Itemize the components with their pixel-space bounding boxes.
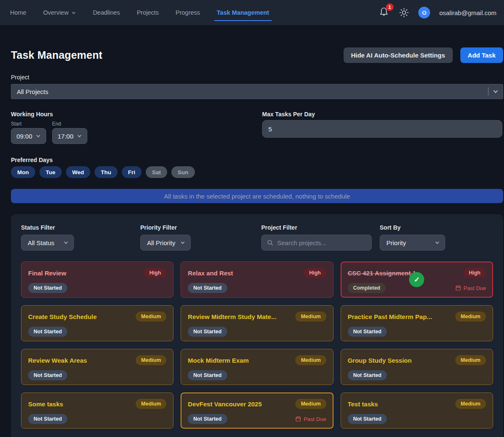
status-filter-label: Status Filter bbox=[21, 224, 140, 231]
task-card[interactable]: DevFest Vancouver 2025 Medium Not Starte… bbox=[181, 393, 333, 429]
top-navbar: Home Overview Deadlines Projects Progres… bbox=[0, 0, 504, 25]
task-card[interactable]: Create Study Schedule Medium Not Started bbox=[21, 305, 173, 341]
task-card[interactable]: Relax and Rest High Not Started bbox=[181, 262, 333, 298]
task-title: Some tasks bbox=[28, 400, 63, 408]
project-select[interactable]: All Projects bbox=[11, 84, 503, 99]
day-chip[interactable]: Sat bbox=[146, 166, 167, 178]
past-due: Past Due bbox=[295, 416, 326, 422]
status-badge: Not Started bbox=[28, 283, 67, 293]
day-chip[interactable]: Thu bbox=[94, 166, 118, 178]
day-chip[interactable]: Sun bbox=[171, 166, 195, 178]
nav-tab[interactable]: Task Management bbox=[217, 0, 269, 25]
task-title: Review Midterm Study Mate... bbox=[188, 313, 276, 320]
project-label: Project bbox=[11, 74, 503, 81]
max-tasks-label: Max Tasks Per Day bbox=[262, 111, 502, 118]
status-badge: Not Started bbox=[188, 370, 227, 380]
status-badge: Not Started bbox=[188, 327, 227, 337]
task-card[interactable]: Mock Midterm Exam Medium Not Started bbox=[181, 349, 333, 385]
day-chip[interactable]: Fri bbox=[122, 166, 142, 178]
priority-badge: Medium bbox=[136, 399, 166, 409]
preferred-days-chips: MonTueWedThuFriSatSun bbox=[11, 166, 503, 178]
task-card[interactable]: Final Review High Not Started bbox=[21, 262, 173, 298]
nav-tab-label: Deadlines bbox=[93, 9, 120, 16]
project-select-value: All Projects bbox=[17, 88, 48, 95]
nav-tab-label: Task Management bbox=[217, 9, 269, 16]
task-title: Test tasks bbox=[348, 400, 378, 408]
task-title: Final Review bbox=[28, 270, 66, 277]
sort-by-select[interactable]: Priority bbox=[380, 235, 445, 251]
status-badge: Not Started bbox=[348, 370, 387, 380]
priority-badge: Medium bbox=[295, 311, 326, 322]
nav-tab-label: Projects bbox=[137, 9, 159, 16]
nav-tab[interactable]: Progress bbox=[176, 0, 200, 25]
max-tasks-input[interactable] bbox=[262, 120, 502, 138]
banner-message: All tasks in the selected project are sc… bbox=[164, 193, 350, 200]
task-title: DevFest Vancouver 2025 bbox=[188, 400, 262, 408]
theme-toggle-sun-icon[interactable] bbox=[399, 8, 409, 18]
status-badge: Not Started bbox=[188, 414, 227, 424]
notifications-button[interactable]: 1 bbox=[379, 6, 390, 19]
status-badge: Not Started bbox=[28, 327, 67, 337]
nav-tab[interactable]: Overview bbox=[43, 0, 76, 25]
chevron-down-icon bbox=[77, 133, 82, 139]
navbar-right: 1 O osalirab@gmail.com bbox=[379, 6, 496, 19]
task-card[interactable]: Review Midterm Study Mate... Medium Not … bbox=[181, 305, 333, 341]
nav-tab[interactable]: Home bbox=[10, 0, 26, 25]
past-due: Past Due bbox=[455, 285, 486, 291]
status-filter-value: All Status bbox=[28, 239, 54, 246]
task-title: Relax and Rest bbox=[188, 270, 233, 277]
calendar-icon bbox=[295, 416, 301, 422]
chevron-down-icon bbox=[180, 240, 185, 245]
status-badge: Not Started bbox=[188, 283, 227, 293]
task-card[interactable]: Group Study Session Medium Not Started bbox=[341, 349, 493, 385]
nav-tab-label: Overview bbox=[43, 9, 68, 16]
chevron-down-icon bbox=[63, 240, 68, 245]
past-due-label: Past Due bbox=[304, 416, 326, 422]
priority-filter-label: Priority Filter bbox=[140, 224, 261, 231]
search-icon bbox=[267, 239, 273, 246]
chevron-down-icon bbox=[435, 240, 440, 245]
end-time-select[interactable]: 17:00 bbox=[52, 128, 87, 144]
project-search-input[interactable] bbox=[277, 239, 366, 246]
status-filter-select[interactable]: All Status bbox=[21, 235, 74, 251]
task-title: Mock Midterm Exam bbox=[188, 357, 249, 364]
task-card[interactable]: Test tasks Medium Not Started bbox=[341, 393, 493, 429]
chevron-down-icon bbox=[71, 10, 76, 15]
nav-tabs: Home Overview Deadlines Projects Progres… bbox=[10, 0, 269, 25]
tasks-panel: Status Filter All Status Priority Filter… bbox=[11, 214, 503, 437]
priority-badge: Medium bbox=[295, 355, 326, 365]
chevron-down-icon bbox=[36, 133, 41, 139]
sort-by-value: Priority bbox=[386, 239, 406, 246]
chevron-down-icon bbox=[493, 89, 499, 94]
select-divider bbox=[488, 87, 488, 96]
working-hours-label: Working Hours bbox=[11, 111, 262, 118]
day-chip[interactable]: Tue bbox=[39, 166, 62, 178]
day-chip[interactable]: Wed bbox=[66, 166, 90, 178]
status-badge: Not Started bbox=[348, 414, 387, 424]
task-card[interactable]: CSC 421 Assignment 1 High Completed Past… bbox=[341, 262, 493, 298]
hide-ai-settings-button[interactable]: Hide AI Auto-Schedule Settings bbox=[344, 47, 453, 63]
priority-badge: Medium bbox=[136, 311, 166, 322]
priority-badge: High bbox=[304, 268, 326, 278]
status-badge: Not Started bbox=[28, 414, 67, 424]
nav-tab[interactable]: Projects bbox=[137, 0, 159, 25]
check-icon: ✓ bbox=[409, 272, 424, 287]
avatar[interactable]: O bbox=[418, 7, 430, 18]
priority-badge: High bbox=[463, 268, 486, 278]
end-label: End bbox=[52, 121, 87, 127]
task-card[interactable]: Review Weak Areas Medium Not Started bbox=[21, 349, 173, 385]
preferred-days-label: Preferred Days bbox=[11, 157, 503, 163]
day-chip[interactable]: Mon bbox=[11, 166, 35, 178]
task-card[interactable]: Practice Past Midterm Pap... Medium Not … bbox=[341, 305, 493, 341]
task-title: Review Weak Areas bbox=[28, 357, 87, 364]
project-filter-label: Project Filter bbox=[261, 224, 380, 231]
end-time-value: 17:00 bbox=[58, 133, 74, 140]
status-badge: Not Started bbox=[348, 327, 387, 337]
priority-badge: Medium bbox=[455, 355, 486, 365]
add-task-button[interactable]: Add Task bbox=[460, 47, 503, 63]
nav-tab[interactable]: Deadlines bbox=[93, 0, 120, 25]
priority-filter-select[interactable]: All Priority bbox=[140, 235, 191, 251]
project-search bbox=[261, 235, 372, 251]
task-card[interactable]: Some tasks Medium Not Started bbox=[21, 393, 173, 429]
start-time-select[interactable]: 09:00 bbox=[11, 128, 46, 144]
